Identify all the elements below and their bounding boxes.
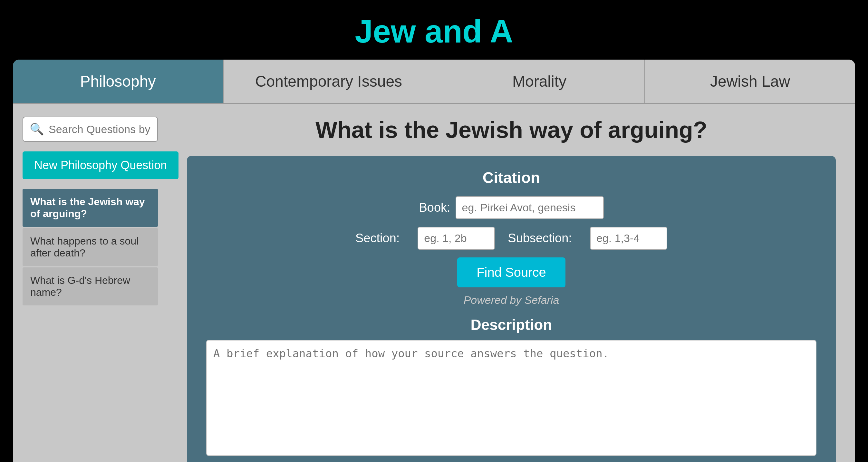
list-item[interactable]: What is the Jewish way of arguing? xyxy=(23,189,158,227)
tab-jewish-law[interactable]: Jewish Law xyxy=(645,60,855,103)
book-row: Book: xyxy=(206,196,816,219)
book-input[interactable] xyxy=(456,196,604,219)
tab-morality[interactable]: Morality xyxy=(434,60,645,103)
section-label: Section: xyxy=(355,231,400,245)
main-container: Philosophy Contemporary Issues Morality … xyxy=(13,60,855,462)
find-source-button[interactable]: Find Source xyxy=(457,257,565,287)
content-area: 🔍 New Philosophy Question What is the Je… xyxy=(13,104,855,462)
question-list: What is the Jewish way of arguing? What … xyxy=(23,189,158,305)
subsection-input[interactable] xyxy=(590,227,667,250)
book-label: Book: xyxy=(419,201,450,215)
description-textarea[interactable] xyxy=(206,340,816,456)
list-item[interactable]: What is G-d's Hebrew name? xyxy=(23,268,158,305)
search-input[interactable] xyxy=(49,123,151,136)
tab-philosophy[interactable]: Philosophy xyxy=(13,60,224,103)
section-subsection-row: Section: Subsection: xyxy=(206,227,816,250)
citation-box: Citation Book: Section: Subsection: Find… xyxy=(187,156,836,462)
subsection-label: Subsection: xyxy=(508,231,572,245)
new-philosophy-question-button[interactable]: New Philosophy Question xyxy=(23,151,179,179)
description-section-title: Description xyxy=(206,316,816,334)
sidebar: 🔍 New Philosophy Question What is the Je… xyxy=(13,104,167,462)
main-content: What is the Jewish way of arguing? Citat… xyxy=(167,104,855,462)
tab-contemporary-issues[interactable]: Contemporary Issues xyxy=(224,60,434,103)
search-icon: 🔍 xyxy=(30,122,44,136)
search-box: 🔍 xyxy=(23,117,158,142)
section-input[interactable] xyxy=(417,227,495,250)
app-header: Jew and A xyxy=(0,0,868,60)
app-title: Jew and A xyxy=(0,13,868,50)
tabs-nav: Philosophy Contemporary Issues Morality … xyxy=(13,60,855,104)
powered-by-text: Powered by Sefaria xyxy=(206,294,816,306)
question-title: What is the Jewish way of arguing? xyxy=(187,117,836,143)
citation-section-title: Citation xyxy=(206,169,816,187)
list-item[interactable]: What happens to a soul after death? xyxy=(23,228,158,266)
